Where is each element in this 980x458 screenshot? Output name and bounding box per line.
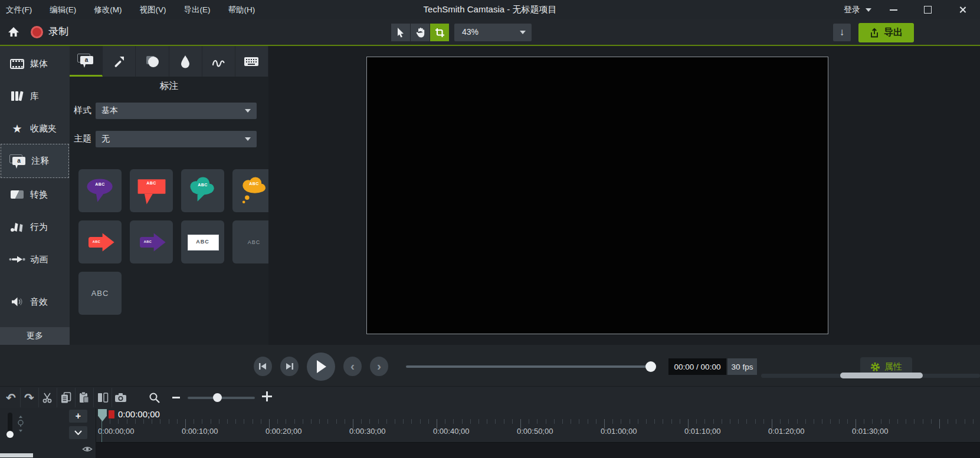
chevron-down-icon <box>866 8 871 12</box>
undo-button[interactable]: ↶ <box>2 388 21 407</box>
menu-item[interactable]: 文件(F) <box>6 5 32 15</box>
copy-button[interactable] <box>57 388 76 407</box>
callout-tile-text-plain-large[interactable]: ABC <box>78 272 122 315</box>
menu-item[interactable]: 导出(E) <box>184 5 211 15</box>
split-button[interactable] <box>93 388 112 407</box>
playback-bar: ‹ › 00:00 / 00:00 30 fps 属性 <box>0 345 980 386</box>
sidebar-item-label: 音效 <box>30 296 48 308</box>
timeline-ruler-labels: 0:00:00;000:00:10;000:00:20;000:00:30;00… <box>0 427 980 439</box>
login-button[interactable]: 登录 <box>844 0 871 19</box>
menu-item[interactable]: 帮助(H) <box>228 5 255 15</box>
jump-back-button[interactable]: ‹ <box>343 357 362 376</box>
timeline-bottom-scrollbar[interactable] <box>0 453 33 457</box>
visibility-eye-icon[interactable] <box>82 445 93 453</box>
ruler-label: 0:01:00;00 <box>601 427 637 436</box>
cut-button[interactable] <box>38 388 57 407</box>
crop-tool-button[interactable] <box>430 24 449 41</box>
tab-callouts[interactable]: a <box>70 46 103 77</box>
add-track-button[interactable]: + <box>69 410 87 423</box>
close-button[interactable] <box>950 0 974 19</box>
callout-label: ABC <box>126 240 169 243</box>
maximize-button[interactable] <box>916 0 939 19</box>
style-select[interactable]: 基本 <box>96 103 257 119</box>
undo-icon: ↶ <box>6 392 16 404</box>
callout-grid: ABCABCABCABCABCABCABCABCABC <box>78 169 276 315</box>
callout-tile-cloud[interactable]: ABC <box>181 169 224 212</box>
behaviors-icon <box>9 221 25 233</box>
zoom-out-button[interactable] <box>172 397 180 398</box>
ruler-label: 0:00:50;00 <box>517 427 553 436</box>
sidebar-item-animations[interactable]: 动画 <box>0 246 70 272</box>
select-tool-button[interactable] <box>391 24 410 41</box>
record-label[interactable]: 录制 <box>48 25 68 38</box>
zoom-in-button[interactable] <box>262 391 272 401</box>
redo-button[interactable]: ↷ <box>20 388 39 407</box>
paste-icon <box>78 391 90 404</box>
zoom-level-select[interactable]: 43% <box>454 24 532 41</box>
timeline-zoom-button[interactable] <box>149 392 160 404</box>
sidebar-item-library[interactable]: 库 <box>0 83 70 109</box>
tab-keystroke[interactable] <box>235 46 268 77</box>
callout-label: ABC <box>78 182 122 186</box>
callout-tile-arrow-right[interactable]: ABC <box>130 220 173 263</box>
sidebar-item-audio-effects[interactable]: 音效 <box>0 289 70 315</box>
export-button[interactable]: 导出 <box>858 23 914 42</box>
maximize-icon <box>924 6 932 14</box>
sidebar-item-media[interactable]: 媒体 <box>0 51 70 77</box>
sidebar-item-label: 动画 <box>30 254 48 265</box>
sidebar-item-label: 媒体 <box>30 58 48 70</box>
preview-canvas[interactable] <box>366 57 828 334</box>
timeline: + 0:00:00;000:00:10;000:00:20;000:00:30;… <box>0 408 980 458</box>
callout-tile-speech-rect[interactable]: ABC <box>130 169 173 212</box>
minimize-icon <box>890 9 897 11</box>
split-icon <box>97 392 109 403</box>
magnifier-icon <box>149 392 160 404</box>
menu-item[interactable]: 修改(M) <box>94 5 122 15</box>
chevron-down-icon <box>245 137 251 141</box>
sidebar-item-annotations[interactable]: a 注释 <box>1 144 69 178</box>
window-title: TechSmith Camtasia - 无标题项目 <box>424 0 557 19</box>
callout-label: ABC <box>75 240 118 243</box>
chevron-down-icon <box>245 109 251 113</box>
login-label: 登录 <box>844 5 860 15</box>
tab-sketch-motion[interactable] <box>202 46 235 77</box>
camtasia-window: 文件(F)编辑(E)修改(M)视图(V)导出(E)帮助(H) TechSmith… <box>0 0 980 458</box>
timeline-toolbar: ↶ ↷ <box>0 386 980 408</box>
seek-slider-track[interactable] <box>406 365 656 368</box>
tab-shapes[interactable] <box>136 46 169 77</box>
menu-bar: 文件(F)编辑(E)修改(M)视图(V)导出(E)帮助(H) <box>6 0 255 19</box>
minimize-button[interactable] <box>881 0 905 19</box>
menu-item[interactable]: 编辑(E) <box>50 5 76 15</box>
record-icon[interactable] <box>31 26 43 38</box>
home-button[interactable] <box>7 25 20 38</box>
theme-select[interactable]: 无 <box>96 131 257 147</box>
previous-frame-button[interactable] <box>254 357 272 376</box>
playhead-in-out-handle[interactable] <box>109 410 114 419</box>
callout-tile-speech-rounded[interactable]: ABC <box>78 169 122 212</box>
timeline-zoom-slider-thumb[interactable] <box>213 393 222 402</box>
sidebar-item-label: 收藏夹 <box>30 123 57 134</box>
timeline-tracks-area[interactable] <box>96 442 980 458</box>
screenshot-button[interactable] <box>112 388 130 407</box>
sidebar-item-behaviors[interactable]: 行为 <box>0 214 70 240</box>
sidebar-item-favorites[interactable]: ★ 收藏夹 <box>0 116 70 141</box>
play-button[interactable] <box>307 352 335 381</box>
paste-button[interactable] <box>75 388 94 407</box>
download-button[interactable]: ↓ <box>833 24 851 41</box>
callout-tile-arrow-right[interactable]: ABC <box>78 220 122 263</box>
step-back-icon <box>258 363 267 370</box>
menu-item[interactable]: 视图(V) <box>140 5 166 15</box>
tab-blur[interactable] <box>169 46 202 77</box>
seek-slider-thumb[interactable] <box>645 361 656 372</box>
sidebar-more-button[interactable]: 更多 <box>0 327 70 345</box>
tab-arrows[interactable] <box>103 46 136 77</box>
ruler-label: 0:00:40;00 <box>433 427 469 436</box>
callout-tile-text-box[interactable]: ABC <box>181 220 224 263</box>
next-frame-button[interactable] <box>280 357 299 376</box>
sidebar-item-transitions[interactable]: 转换 <box>0 182 70 207</box>
ruler-label: 0:00:10;00 <box>182 427 218 436</box>
time-display: 00:00 / 00:00 <box>668 358 726 375</box>
jump-forward-button[interactable]: › <box>370 357 388 376</box>
pan-tool-button[interactable] <box>411 24 430 41</box>
horizontal-scrollbar-thumb[interactable] <box>840 373 923 378</box>
